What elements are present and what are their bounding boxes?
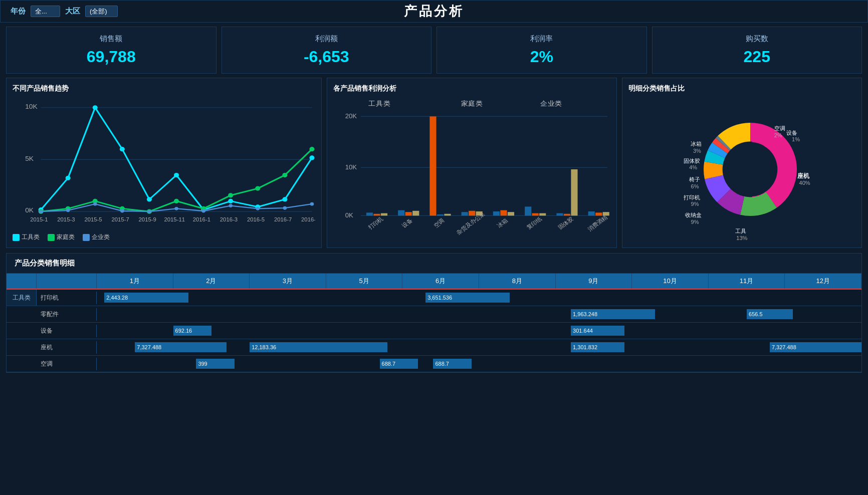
bars-ac: 399 688.7 688.7 <box>97 356 861 372</box>
gantt-month-11: 11月 <box>709 274 785 289</box>
svg-text:消费酒精: 消费酒精 <box>586 214 608 232</box>
kpi-row: 销售额 69,788 利润额 -6,653 利润率 2% 购买数 225 <box>0 23 868 78</box>
gantt-month-8: 8月 <box>479 274 556 289</box>
trend-chart-title: 不同产品销售趋势 <box>13 84 315 93</box>
svg-text:固体胶: 固体胶 <box>684 158 700 164</box>
year-select[interactable]: 全... 2015 2016 <box>31 6 60 17</box>
bar-chart-panel: 各产品销售利润分析 工具类 家庭类 企业类 20K 10K 0K <box>327 78 617 248</box>
gantt-month-5: 5月 <box>326 274 403 289</box>
svg-rect-59 <box>366 212 373 215</box>
donut-wrapper: 设备 1% 空调 2% 冰箱 3% 固体胶 4% 椅子 6% 打印机 9% 收纳… <box>628 97 855 241</box>
svg-rect-63 <box>405 212 411 215</box>
svg-text:10K: 10K <box>345 164 357 171</box>
svg-point-102 <box>723 142 778 197</box>
svg-rect-75 <box>532 213 538 216</box>
svg-point-36 <box>256 207 260 210</box>
kpi-value-margin: 2% <box>447 48 636 66</box>
kpi-label-sales: 销售额 <box>17 34 206 44</box>
svg-text:2%: 2% <box>774 132 782 138</box>
bar-deskphone-1: 7,327.488 <box>135 342 227 352</box>
svg-text:3%: 3% <box>693 148 701 154</box>
legend-dot-home <box>48 234 55 241</box>
svg-text:收纳盒: 收纳盒 <box>686 212 702 218</box>
gantt-month-10: 10月 <box>632 274 709 289</box>
sub-cell-deskphone: 座机 <box>37 341 97 354</box>
svg-text:2016-7: 2016-7 <box>274 216 292 222</box>
sub-cell-device: 设备 <box>37 325 97 337</box>
legend-label-home: 家庭类 <box>57 233 75 241</box>
svg-point-9 <box>120 147 125 151</box>
svg-text:冰箱: 冰箱 <box>496 217 509 228</box>
kpi-value-profit: -6,653 <box>232 48 421 66</box>
svg-rect-66 <box>437 214 444 215</box>
svg-text:固体胶: 固体胶 <box>557 216 574 230</box>
gantt-month-12: 12月 <box>785 274 861 289</box>
bar-chart-title: 各产品销售利润分析 <box>333 84 610 93</box>
svg-rect-67 <box>444 214 451 216</box>
sub-cell-parts: 零配件 <box>37 308 97 321</box>
bar-ac-6: 688.7 <box>433 359 471 369</box>
gantt-month-2: 2月 <box>173 274 250 289</box>
svg-rect-76 <box>539 213 546 216</box>
region-label: 大区 <box>65 7 80 16</box>
kpi-card-margin: 利润率 2% <box>437 27 647 74</box>
svg-text:复印纸: 复印纸 <box>525 216 542 230</box>
bottom-section: 产品分类销售明细 1月 2月 3月 5月 6月 8月 9月 10月 11月 12… <box>0 248 868 373</box>
svg-text:2016-9: 2016-9 <box>301 216 315 222</box>
gantt-header: 1月 2月 3月 5月 6月 8月 9月 10月 11月 12月 <box>7 274 861 290</box>
legend-home: 家庭类 <box>48 233 75 241</box>
svg-text:打印机: 打印机 <box>683 194 700 200</box>
svg-text:设备: 设备 <box>786 130 797 136</box>
svg-point-33 <box>174 207 178 210</box>
table-row-printer: 工具类 打印机 2,443.28 3,651.536 <box>7 290 861 306</box>
region-select[interactable]: (全部) 华北 华南 华东 <box>85 6 118 17</box>
gantt-left-header <box>7 274 97 289</box>
sub-cell-printer: 打印机 <box>37 292 97 304</box>
legend-dot-enterprise <box>83 234 90 241</box>
svg-text:2015-5: 2015-5 <box>84 216 102 222</box>
bar-deskphone-3: 12,183.36 <box>250 342 387 352</box>
bars-printer: 2,443.28 3,651.536 <box>97 290 861 306</box>
svg-point-15 <box>282 197 287 201</box>
bars-device: 692.16 301.644 <box>97 323 861 339</box>
donut-chart-main: 设备 1% 空调 2% 冰箱 3% 固体胶 4% 椅子 6% 打印机 9% 收纳… <box>628 97 855 241</box>
svg-rect-64 <box>412 211 419 216</box>
gantt-month-9: 9月 <box>556 274 632 289</box>
kpi-card-orders: 购买数 225 <box>652 27 862 74</box>
svg-text:打印机: 打印机 <box>366 216 384 231</box>
svg-text:10K: 10K <box>25 103 38 110</box>
svg-text:2015-1: 2015-1 <box>30 216 48 222</box>
svg-rect-71 <box>493 211 500 215</box>
svg-point-28 <box>39 210 43 213</box>
svg-text:2015-3: 2015-3 <box>57 216 75 222</box>
legend-tools: 工具类 <box>13 233 40 241</box>
gantt-month-6: 6月 <box>402 274 479 289</box>
gantt-month-3: 3月 <box>250 274 326 289</box>
legend-dot-tools <box>13 234 20 241</box>
trend-chart-area: 10K 5K 0K <box>13 97 315 230</box>
svg-text:空调: 空调 <box>432 217 446 228</box>
sub-cell-ac: 空调 <box>37 358 97 370</box>
header: 年份 全... 2015 2016 大区 (全部) 华北 华南 华东 产品分析 <box>0 0 868 23</box>
svg-rect-65 <box>429 116 436 215</box>
bar-device-1: 692.16 <box>173 326 211 336</box>
svg-rect-62 <box>398 210 404 216</box>
svg-text:椅子: 椅子 <box>689 176 700 182</box>
trend-chart-panel: 不同产品销售趋势 10K 5K 0K <box>6 78 322 248</box>
table-title: 产品分类销售明细 <box>6 253 862 273</box>
svg-point-11 <box>174 173 179 177</box>
svg-point-16 <box>309 155 314 160</box>
gantt-month-1: 1月 <box>97 274 173 289</box>
kpi-card-sales: 销售额 69,788 <box>6 27 216 74</box>
svg-text:13%: 13% <box>737 235 748 241</box>
kpi-value-orders: 225 <box>663 48 852 66</box>
legend-label-tools: 工具类 <box>22 233 40 241</box>
year-label: 年份 <box>11 7 26 16</box>
svg-rect-68 <box>461 212 468 215</box>
filter-group: 年份 全... 2015 2016 大区 (全部) 华北 华南 华东 <box>11 6 118 17</box>
kpi-label-margin: 利润率 <box>447 34 636 44</box>
svg-point-24 <box>228 193 233 197</box>
bar-deskphone-12: 7,327.488 <box>770 342 861 352</box>
svg-text:空调: 空调 <box>774 125 785 131</box>
svg-text:工具类: 工具类 <box>368 99 390 107</box>
